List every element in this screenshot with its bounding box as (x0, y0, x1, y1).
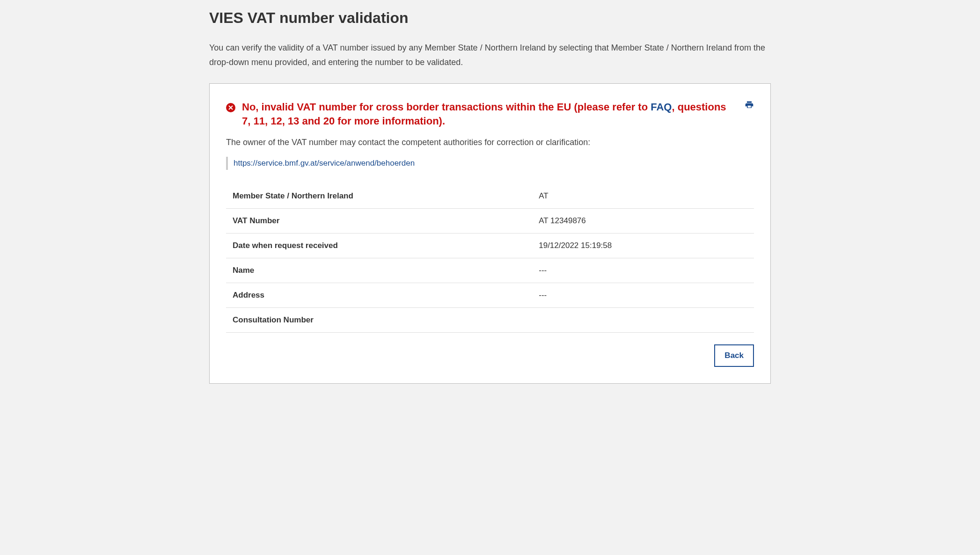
print-icon[interactable] (745, 100, 754, 111)
result-panel: No, invalid VAT number for cross border … (209, 83, 771, 383)
row-value: AT (532, 184, 754, 209)
table-row: Date when request received19/12/2022 15:… (226, 233, 754, 258)
table-row: Name--- (226, 258, 754, 283)
table-row: Consultation Number (226, 307, 754, 332)
table-row: Member State / Northern IrelandAT (226, 184, 754, 209)
authority-link[interactable]: https://service.bmf.gv.at/service/anwend… (234, 159, 415, 168)
row-value: 19/12/2022 15:19:58 (532, 233, 754, 258)
row-value: --- (532, 258, 754, 283)
sub-message: The owner of the VAT number may contact … (226, 138, 754, 147)
alert-invalid: No, invalid VAT number for cross border … (226, 100, 754, 128)
alert-prefix: No, invalid VAT number for cross border … (242, 101, 651, 113)
row-label: VAT Number (226, 208, 532, 233)
row-label: Member State / Northern Ireland (226, 184, 532, 209)
result-table: Member State / Northern IrelandATVAT Num… (226, 184, 754, 333)
back-button[interactable]: Back (714, 344, 754, 367)
row-label: Date when request received (226, 233, 532, 258)
intro-text: You can verify the validity of a VAT num… (209, 41, 771, 69)
table-row: Address--- (226, 283, 754, 307)
table-row: VAT NumberAT 12349876 (226, 208, 754, 233)
faq-link[interactable]: FAQ (651, 101, 672, 113)
row-value: --- (532, 283, 754, 307)
page-title: VIES VAT number validation (209, 9, 771, 27)
authority-link-block: https://service.bmf.gv.at/service/anwend… (226, 157, 754, 170)
row-label: Address (226, 283, 532, 307)
error-icon (226, 103, 235, 112)
row-value: AT 12349876 (532, 208, 754, 233)
row-value (532, 307, 754, 332)
row-label: Name (226, 258, 532, 283)
alert-message: No, invalid VAT number for cross border … (242, 100, 731, 128)
row-label: Consultation Number (226, 307, 532, 332)
